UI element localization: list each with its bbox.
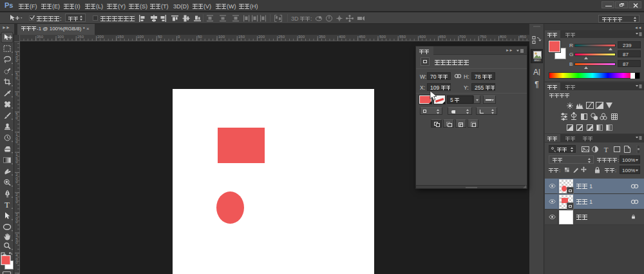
svg-text:MNKY: MNKY bbox=[534, 59, 541, 62]
svg-text:T: T bbox=[5, 200, 10, 210]
svg-text:T: T bbox=[604, 146, 609, 153]
